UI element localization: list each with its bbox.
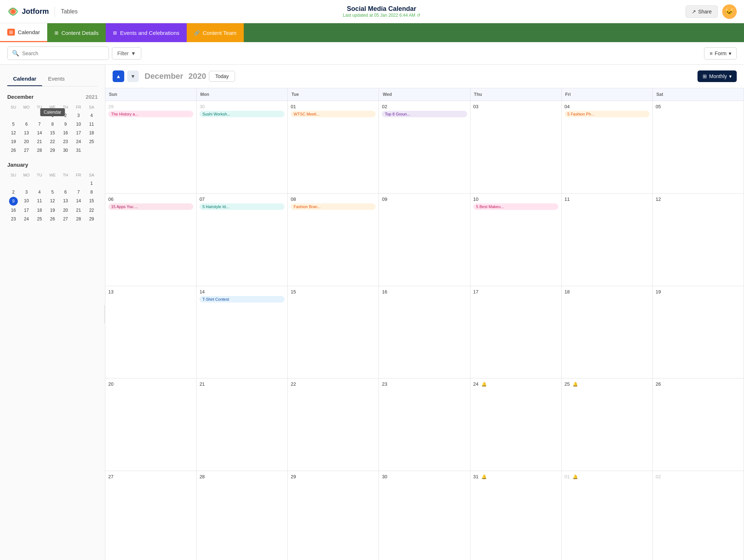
cal-cell-dec05[interactable]: 05: [653, 101, 744, 194]
tab-calendar[interactable]: ⊞ Calendar: [0, 23, 47, 42]
calendar-nav: ▲ ▼ December 2020 Today: [113, 70, 235, 82]
december-year: 2021: [86, 94, 98, 100]
filter-button[interactable]: Filter ▼: [112, 47, 141, 60]
nav-down-button[interactable]: ▼: [127, 70, 139, 82]
dow-sat: Sat: [653, 88, 744, 101]
cal-cell-dec09[interactable]: 09: [379, 194, 470, 286]
tables-label: Tables: [61, 8, 77, 15]
avatar[interactable]: 🐱: [722, 4, 737, 19]
toolbar-left: 🔍 Filter ▼: [7, 46, 141, 60]
calendar-tab-icon: ⊞: [7, 29, 15, 36]
days-of-week-row: Sun Mon Tue Wed Thu Fri Sat: [105, 88, 744, 101]
cal-cell-dec27[interactable]: 27: [105, 471, 197, 560]
header: Jotform Tables Social Media Calendar Las…: [0, 0, 744, 23]
cal-cell-jan02[interactable]: 02: [653, 471, 744, 560]
cal-cell-dec28[interactable]: 28: [197, 471, 288, 560]
cal-cell-dec07[interactable]: 07 5 Hairstyle Id...: [197, 194, 288, 286]
cal-cell-dec04[interactable]: 04 5 Fashion Ph...: [562, 101, 653, 194]
cal-cell-dec15[interactable]: 15: [288, 286, 379, 379]
main-content: Calendar Events Calendar December 2021 S…: [0, 65, 744, 560]
cal-cell-dec20[interactable]: 20: [105, 378, 197, 471]
event-history[interactable]: The History a...: [108, 111, 193, 117]
cal-cell-dec02[interactable]: 02 Top 8 Groun...: [379, 101, 470, 194]
tab-events[interactable]: ⊞ Events and Celebrations: [106, 23, 186, 42]
cal-cell-dec26[interactable]: 26: [653, 378, 744, 471]
bell-icon-24: 🔔: [481, 382, 487, 387]
header-center: Social Media Calendar Last updated at 05…: [343, 5, 420, 18]
search-input[interactable]: [22, 50, 95, 56]
cal-cell-dec19[interactable]: 19: [653, 286, 744, 379]
jotform-logo-icon: [7, 6, 19, 17]
cal-cell-dec24[interactable]: 24 🔔: [470, 378, 562, 471]
tab-bar: ⊞ Calendar ⊞ Content Details ⊞ Events an…: [0, 23, 744, 42]
dow-fri: Fri: [562, 88, 653, 101]
week-3: 13 14 T-Shirt Contest 15 16 17 18: [105, 286, 744, 379]
cal-cell-dec08[interactable]: 08 Fashion Bran...: [288, 194, 379, 286]
team-label: Content Team: [203, 30, 236, 36]
week-4: 20 21 22 23 24 🔔 25 🔔 26: [105, 378, 744, 471]
cal-cell-dec10[interactable]: 10 5 Best Makeu...: [470, 194, 562, 286]
cal-cell-dec11[interactable]: 11: [562, 194, 653, 286]
event-fashion-bran[interactable]: Fashion Bran...: [291, 203, 376, 210]
event-makeu[interactable]: 5 Best Makeu...: [473, 203, 558, 210]
share-icon: ↗: [692, 9, 696, 15]
cal-cell-dec01[interactable]: 01 WTSC Meeti...: [288, 101, 379, 194]
nav-up-button[interactable]: ▲: [113, 70, 124, 82]
cal-cell-dec29[interactable]: 29: [288, 471, 379, 560]
header-right: ↗ Share 🐱: [686, 4, 737, 19]
dow-wed: Wed: [379, 88, 470, 101]
cal-cell-dec06[interactable]: 06 15 Apps You ...: [105, 194, 197, 286]
cal-cell-dec12[interactable]: 12: [653, 194, 744, 286]
event-wtsc[interactable]: WTSC Meeti...: [291, 111, 376, 117]
cal-cell-dec13[interactable]: 13: [105, 286, 197, 379]
event-15apps[interactable]: 15 Apps You ...: [108, 203, 193, 210]
logo[interactable]: Jotform: [7, 6, 49, 17]
cal-cell-dec22[interactable]: 22: [288, 378, 379, 471]
december-mini-cal: December 2021 SU MO TU WE TH FR SA 1 2 3…: [7, 94, 98, 154]
event-top8[interactable]: Top 8 Groun...: [382, 111, 467, 117]
january-title: January: [7, 162, 28, 168]
cal-cell-dec03[interactable]: 03: [470, 101, 562, 194]
tab-content-details[interactable]: ⊞ Content Details: [47, 23, 106, 42]
event-tshirt[interactable]: T-Shirt Contest: [199, 296, 284, 303]
december-title: December: [7, 94, 34, 100]
cal-cell-dec17[interactable]: 17: [470, 286, 562, 379]
cal-cell-dec25[interactable]: 25 🔔: [562, 378, 653, 471]
today-button[interactable]: Today: [209, 71, 235, 82]
week-2: 06 15 Apps You ... 07 5 Hairstyle Id... …: [105, 194, 744, 286]
cal-cell-dec30[interactable]: 30: [379, 471, 470, 560]
svg-point-1: [11, 10, 15, 13]
cal-cell-dec14[interactable]: 14 T-Shirt Contest: [197, 286, 288, 379]
cal-cell-dec16[interactable]: 16: [379, 286, 470, 379]
search-icon: 🔍: [12, 50, 19, 57]
monthly-chevron-icon: ▾: [729, 73, 732, 79]
event-hairstyle[interactable]: 5 Hairstyle Id...: [199, 203, 284, 210]
cal-cell-dec21[interactable]: 21: [197, 378, 288, 471]
share-button[interactable]: ↗ Share: [686, 5, 718, 18]
monthly-view-button[interactable]: ⊞ Monthly ▾: [698, 70, 737, 82]
form-button[interactable]: ≡ Form ▾: [704, 47, 737, 60]
page-title: Social Media Calendar: [343, 5, 420, 13]
dow-tue: Tue: [288, 88, 379, 101]
events-icon: ⊞: [113, 30, 117, 36]
cal-cell-jan01[interactable]: 01 🔔: [562, 471, 653, 560]
dow-thu: Thu: [470, 88, 562, 101]
cal-cell-dec18[interactable]: 18: [562, 286, 653, 379]
cal-cell-nov29[interactable]: 29 The History a...: [105, 101, 197, 194]
content-details-label: Content Details: [61, 30, 99, 36]
sidebar: Calendar Events Calendar December 2021 S…: [0, 65, 105, 560]
january-grid: SU MO TU WE TH FR SA 1 2 3 4 5 6: [7, 171, 98, 223]
calendar-header: ▲ ▼ December 2020 Today ⊞ Monthly ▾: [105, 65, 744, 88]
dow-sun: Sun: [105, 88, 197, 101]
sidebar-tab-calendar[interactable]: Calendar: [7, 72, 42, 86]
tab-team[interactable]: 🔗 Content Team: [187, 23, 244, 42]
cal-cell-nov30[interactable]: 30 Sushi Worksh...: [197, 101, 288, 194]
sidebar-tab-events[interactable]: Events: [42, 72, 70, 86]
cal-cell-dec31[interactable]: 31 🔔: [470, 471, 562, 560]
event-fashion-ph[interactable]: 5 Fashion Ph...: [565, 111, 650, 117]
header-divider: [54, 6, 55, 17]
search-box[interactable]: 🔍: [7, 46, 109, 60]
cal-cell-dec23[interactable]: 23: [379, 378, 470, 471]
event-sushi[interactable]: Sushi Worksh...: [199, 111, 284, 117]
calendar-grid-container: Sun Mon Tue Wed Thu Fri Sat 29 The Histo…: [105, 88, 744, 560]
